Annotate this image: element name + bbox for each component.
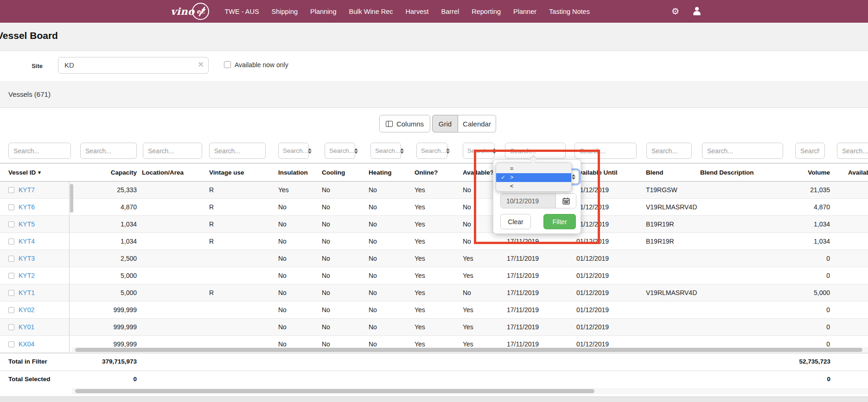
search-input-blend_description[interactable] bbox=[702, 143, 783, 159]
row-checkbox[interactable] bbox=[8, 187, 14, 193]
vessel-id-link[interactable]: KYT3 bbox=[19, 255, 35, 262]
row-checkbox[interactable] bbox=[8, 221, 14, 227]
column-header-capacity[interactable]: Capacity bbox=[70, 163, 139, 181]
vessel-id-link[interactable]: KYT5 bbox=[19, 220, 35, 228]
cell-cooling: No bbox=[319, 267, 366, 284]
column-header-vintage_use[interactable]: Vintage use bbox=[206, 163, 275, 181]
column-header-cooling[interactable]: Cooling bbox=[319, 163, 366, 181]
search-input-volume[interactable] bbox=[795, 143, 825, 159]
column-header-available_volume[interactable]: Available bbox=[832, 163, 868, 181]
nav-item-shipping[interactable]: Shipping bbox=[272, 8, 298, 15]
nav-item-bulk-wine-rec[interactable]: Bulk Wine Rec bbox=[349, 8, 393, 15]
nav-item-twe-aus[interactable]: TWE - AUS bbox=[224, 8, 259, 15]
totals-hscrollbar-thumb[interactable] bbox=[75, 389, 594, 393]
column-header-blend[interactable]: Blend bbox=[643, 163, 697, 181]
column-header-location_area[interactable]: Location/Area bbox=[139, 163, 206, 181]
cell-insulation: No bbox=[275, 233, 319, 250]
cell-vintage_use: R bbox=[206, 199, 275, 215]
nav-item-tasting-notes[interactable]: Tasting Notes bbox=[549, 8, 590, 15]
vessel-id-link[interactable]: KY01 bbox=[19, 323, 34, 331]
search-input-vintage_use[interactable] bbox=[209, 143, 266, 159]
search-input-available_until[interactable] bbox=[574, 143, 637, 159]
clear-button[interactable]: Clear bbox=[500, 214, 531, 229]
vessel-id-link[interactable]: KX04 bbox=[19, 340, 34, 348]
search-cell-available_volume bbox=[832, 140, 868, 163]
cell-available_volume bbox=[832, 302, 868, 318]
search-input-location_area[interactable] bbox=[143, 143, 202, 159]
search-select-heating[interactable]: Search... bbox=[370, 143, 401, 159]
row-checkbox[interactable] bbox=[8, 256, 14, 262]
calendar-view-button[interactable]: Calendar bbox=[458, 115, 496, 132]
row-checkbox[interactable] bbox=[8, 290, 14, 296]
total-in-filter-volume: 52,735,723 bbox=[761, 358, 830, 365]
cell-heating: No bbox=[366, 284, 412, 301]
cell-cooling: No bbox=[319, 284, 366, 301]
date-input[interactable]: 10/12/2019 bbox=[501, 194, 555, 208]
search-input-capacity[interactable] bbox=[80, 143, 137, 159]
search-cell-vessel_id bbox=[0, 140, 70, 163]
column-header-heating[interactable]: Heating bbox=[366, 163, 412, 181]
search-select-insulation[interactable]: Search... bbox=[278, 143, 309, 159]
row-checkbox[interactable] bbox=[8, 324, 14, 330]
cell-insulation: No bbox=[275, 267, 319, 284]
vessel-id-link[interactable]: KYT7 bbox=[19, 186, 35, 194]
operator-option-less-than[interactable]: < bbox=[496, 182, 571, 191]
nav-item-barrel[interactable]: Barrel bbox=[441, 8, 460, 15]
cell-cooling: No bbox=[319, 302, 366, 318]
cell-location_area bbox=[139, 233, 206, 250]
search-input-available_from[interactable] bbox=[505, 143, 566, 159]
operator-option-greater-than[interactable]: ✓ > bbox=[496, 173, 571, 182]
column-header-insulation[interactable]: Insulation bbox=[275, 163, 319, 181]
pinned-column-scrollbar[interactable] bbox=[70, 184, 73, 213]
row-checkbox[interactable] bbox=[8, 239, 14, 245]
column-header-vessel_id[interactable]: Vessel ID▾ bbox=[0, 163, 70, 181]
vessel-id-link[interactable]: KYT6 bbox=[19, 203, 35, 211]
grid-view-button[interactable]: Grid bbox=[432, 115, 458, 132]
cell-heating: No bbox=[366, 250, 412, 267]
cell-available_volume bbox=[832, 267, 868, 284]
search-select-cooling[interactable]: Search... bbox=[325, 143, 355, 159]
site-label: Site bbox=[28, 59, 43, 73]
site-input[interactable]: KD × bbox=[58, 57, 209, 74]
nav-item-reporting[interactable]: Reporting bbox=[472, 8, 501, 15]
user-profile-icon[interactable] bbox=[693, 7, 701, 15]
cell-available_until: 01/12/2019 bbox=[572, 319, 643, 335]
cell-available_volume bbox=[832, 233, 868, 250]
operator-option-equals[interactable]: = bbox=[496, 164, 571, 173]
available-now-checkbox[interactable] bbox=[224, 61, 231, 68]
row-checkbox[interactable] bbox=[8, 273, 14, 279]
site-clear-icon[interactable]: × bbox=[198, 59, 204, 70]
cell-blend_description bbox=[697, 182, 792, 198]
search-input-available_volume[interactable] bbox=[837, 143, 868, 159]
columns-button[interactable]: Columns bbox=[379, 115, 430, 132]
calendar-picker-button[interactable] bbox=[555, 194, 576, 208]
cell-cooling: No bbox=[319, 250, 366, 267]
vessel-id-link[interactable]: KYT1 bbox=[19, 289, 35, 296]
cell-available_until: 01/12/2019 bbox=[572, 284, 643, 301]
cell-capacity: 1,034 bbox=[70, 216, 139, 232]
column-header-blend_description[interactable]: Blend Description bbox=[697, 163, 792, 181]
vessel-id-link[interactable]: KYT4 bbox=[19, 238, 35, 245]
nav-item-planner[interactable]: Planner bbox=[513, 8, 536, 15]
search-select-online[interactable]: Search... bbox=[416, 143, 447, 159]
vessel-id-link[interactable]: KYT2 bbox=[19, 272, 35, 279]
search-input-blend[interactable] bbox=[646, 143, 692, 159]
vessel-id-link[interactable]: KY02 bbox=[19, 306, 34, 314]
column-header-volume[interactable]: Volume bbox=[792, 163, 832, 181]
search-input-vessel_id[interactable] bbox=[8, 143, 71, 159]
nav-item-harvest[interactable]: Harvest bbox=[406, 8, 429, 15]
cell-volume: 4,870 bbox=[792, 199, 832, 215]
cell-location_area bbox=[139, 199, 206, 215]
search-select-available[interactable]: Search... bbox=[463, 143, 495, 159]
settings-gear-icon[interactable]: ⚙ bbox=[671, 6, 679, 17]
cell-available_volume bbox=[832, 284, 868, 301]
row-checkbox[interactable] bbox=[8, 204, 14, 210]
filter-button[interactable]: Filter bbox=[543, 214, 576, 229]
vinoez-logo[interactable]: vino eZ bbox=[171, 3, 209, 20]
row-checkbox[interactable] bbox=[8, 341, 14, 347]
column-header-online[interactable]: Online? bbox=[412, 163, 460, 181]
row-checkbox[interactable] bbox=[8, 307, 14, 313]
column-header-available_until[interactable]: Available Until bbox=[572, 163, 643, 181]
nav-item-planning[interactable]: Planning bbox=[310, 8, 336, 15]
body-hscrollbar-thumb[interactable] bbox=[75, 348, 862, 352]
